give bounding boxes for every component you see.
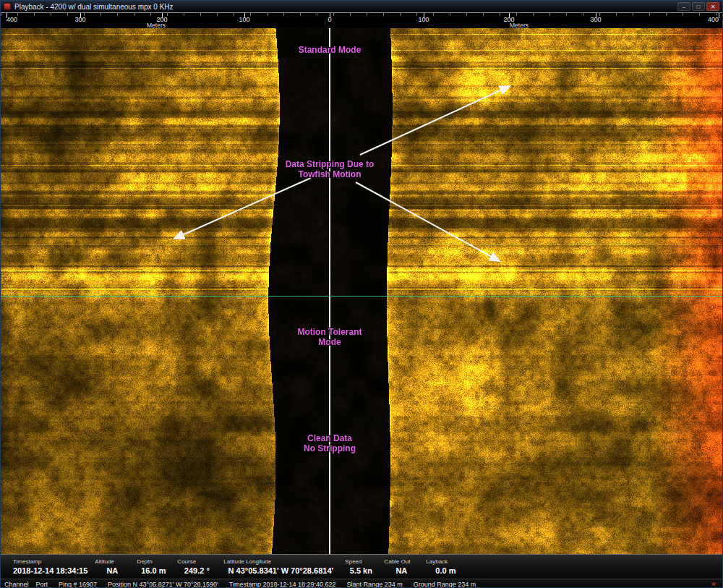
annotation-clean-data: Clean Data No Stripping bbox=[304, 433, 356, 453]
minimize-button[interactable]: – bbox=[677, 2, 690, 11]
status-field-speed: Speed 5.5 kn bbox=[341, 555, 380, 579]
ground-range: Ground Range 234 m bbox=[414, 581, 476, 588]
annotation-motion-tolerant: Motion Tolerant Mode bbox=[297, 327, 362, 347]
status-field-timestamp: Timestamp 2018-12-14 18:34:15 bbox=[9, 555, 91, 579]
window-controls: – □ ✕ bbox=[677, 2, 719, 11]
playback-info-bar: Channel Port Ping # 16907 Position N 43°… bbox=[1, 579, 722, 588]
ruler-tick-label: 200 bbox=[156, 16, 167, 23]
ruler-tick-label: 0 bbox=[328, 16, 331, 23]
ruler-tick-label: 100 bbox=[418, 16, 429, 23]
sonar-waterfall[interactable]: Standard Mode Data Stripping Due to Towf… bbox=[1, 28, 723, 554]
cursor-position: Position N 43°05.8271' W 70°28.1590' bbox=[108, 581, 218, 588]
title-bar[interactable]: Playback - 4200 w/ dual simultaneous mpx… bbox=[1, 1, 722, 12]
channel-group: Channel Port bbox=[4, 581, 48, 588]
ruler-tick-label: 300 bbox=[590, 16, 601, 23]
ruler-tick-label: 300 bbox=[74, 16, 85, 23]
window-title: Playback - 4200 w/ dual simultaneous mpx… bbox=[14, 3, 674, 11]
ruler-tick-label: 100 bbox=[239, 16, 249, 23]
close-icon[interactable]: ✕ bbox=[709, 581, 719, 588]
status-bar: Timestamp 2018-12-14 18:34:15 Altitude N… bbox=[1, 554, 722, 579]
playback-window: Playback - 4200 w/ dual simultaneous mpx… bbox=[0, 0, 723, 588]
status-field-cable-out: Cable Out NA bbox=[380, 555, 422, 579]
status-field-depth: Depth 16.0 m bbox=[133, 555, 174, 579]
ruler-tick-label: 200 bbox=[503, 16, 514, 23]
status-field-altitude: Altitude NA bbox=[91, 555, 133, 579]
status-field-latitude-longitude: Latitude Longitude N 43°05.8341' W 70°28… bbox=[220, 555, 341, 579]
status-field-course: Course 249.2 ° bbox=[174, 555, 220, 579]
sonar-canvas[interactable] bbox=[1, 28, 723, 554]
cursor-timestamp: Timestamp 2018-12-14 18:29:40.622 bbox=[229, 581, 336, 588]
maximize-button[interactable]: □ bbox=[692, 2, 705, 11]
ruler-tick-label: 400 bbox=[708, 16, 719, 23]
annotation-standard-mode: Standard Mode bbox=[299, 45, 362, 55]
app-icon bbox=[4, 3, 11, 10]
slant-range: Slant Range 234 m bbox=[347, 581, 403, 588]
ruler-tick-label: 400 bbox=[7, 16, 17, 23]
annotation-data-stripping: Data Stripping Due to Towfish Motion bbox=[286, 159, 375, 179]
ping-number: Ping # 16907 bbox=[59, 581, 97, 588]
range-ruler: Meters Meters 4003002001000100200300400 bbox=[1, 12, 722, 28]
close-button[interactable]: ✕ bbox=[706, 2, 719, 11]
status-field-layback: Layback 0.0 m bbox=[422, 555, 469, 579]
channel-label: Channel bbox=[4, 581, 29, 588]
channel-value: Port bbox=[36, 581, 48, 588]
ruler-tick bbox=[719, 13, 719, 18]
